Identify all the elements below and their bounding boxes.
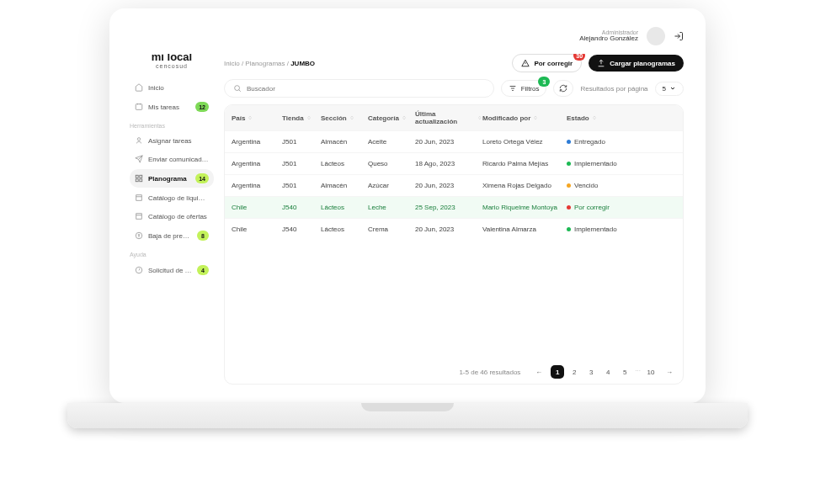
status-dot	[567, 227, 571, 231]
refresh-button[interactable]	[553, 80, 573, 97]
td-ultima: 18 Ago, 2023	[415, 160, 482, 167]
send-icon	[135, 155, 143, 163]
td-tienda: J540	[282, 225, 321, 233]
table-row[interactable]: ChileJ540LácteosLeche25 Sep, 2023Mario R…	[225, 196, 683, 218]
por-corregir-label: Por corregir	[534, 60, 573, 67]
table-row[interactable]: ChileJ540LácteosCrema20 Jun, 2023Valenti…	[225, 218, 683, 240]
sidebar-item-label: Baja de precios	[148, 232, 192, 240]
filtros-button[interactable]: Filtros 3	[501, 80, 547, 97]
sort-icon	[402, 115, 407, 120]
th-tienda[interactable]: Tienda	[282, 114, 321, 122]
td-tienda: J540	[282, 204, 321, 211]
sort-icon	[248, 115, 253, 120]
rpp-value: 5	[663, 85, 666, 93]
page-ellipsis: ...	[635, 365, 641, 379]
tasks-icon	[135, 103, 143, 111]
logout-icon[interactable]	[674, 31, 684, 41]
breadcrumb-b[interactable]: Planogramas	[245, 60, 285, 67]
sidebar-badge: 8	[197, 231, 209, 241]
sort-icon	[477, 115, 482, 120]
td-seccion: Almacén	[321, 182, 368, 189]
th-categoria[interactable]: Categoría	[368, 114, 415, 122]
page-button[interactable]: 3	[584, 365, 598, 379]
chevron-down-icon	[669, 85, 676, 92]
svg-point-1	[137, 138, 140, 141]
sidebar-item-solicitud-ayuda[interactable]: Solicitud de ayuda 4	[130, 261, 214, 279]
breadcrumb: Inicio / Planogramas / JUMBO	[224, 60, 315, 67]
refresh-icon	[559, 84, 567, 93]
td-ultima: 20 Jun, 2023	[415, 182, 482, 189]
cargar-label: Cargar planogramas	[610, 60, 675, 67]
avatar[interactable]	[647, 27, 665, 45]
td-tienda: J501	[282, 160, 321, 167]
td-modificado: Loreto Ortega Vélez	[482, 138, 567, 146]
search-input-wrap[interactable]	[224, 79, 494, 98]
sidebar-badge: 4	[197, 265, 209, 275]
th-pais[interactable]: País	[232, 114, 282, 122]
page-next[interactable]: →	[663, 365, 676, 379]
sort-icon	[533, 115, 538, 120]
sidebar-item-mis-tareas[interactable]: Mis tareas 12	[130, 98, 214, 116]
app-screen: Administrador Alejandro González mi loca…	[120, 19, 695, 393]
laptop-notch	[361, 403, 454, 411]
table-row[interactable]: ArgentinaJ501AlmacénAzúcar20 Jun, 2023Xi…	[225, 174, 683, 196]
status-dot	[567, 205, 571, 210]
table-row[interactable]: ArgentinaJ501LácteosQueso18 Ago, 2023Ric…	[225, 152, 683, 174]
th-estado[interactable]: Estado	[567, 114, 676, 122]
topbar: Administrador Alejandro González	[120, 19, 695, 54]
sidebar-item-label: Enviar comunicados	[148, 156, 209, 163]
td-ultima: 25 Sep, 2023	[415, 204, 482, 211]
laptop-base	[67, 403, 748, 428]
page-button[interactable]: 2	[567, 365, 581, 379]
page-prev[interactable]: ←	[532, 365, 546, 379]
header-actions: Por corregir 30 Cargar planogramas	[512, 54, 684, 72]
logo-text: mi local	[152, 54, 192, 63]
sidebar-badge: 12	[195, 102, 209, 112]
rpp-select[interactable]: 5	[655, 82, 684, 96]
sidebar-item-enviar-comunicados[interactable]: Enviar comunicados	[130, 151, 214, 167]
warning-icon	[521, 59, 530, 67]
sidebar-item-label: Catálogo de ofertas	[148, 213, 209, 220]
td-estado: Entregado	[567, 138, 676, 146]
sidebar-item-baja-precios[interactable]: Baja de precios 8	[130, 226, 214, 245]
sidebar-item-label: Solicitud de ayuda	[148, 267, 192, 274]
sidebar-item-catalogo-liquidacion[interactable]: Catálogo de liquidación	[130, 189, 214, 206]
sidebar-item-inicio[interactable]: Inicio	[130, 79, 214, 96]
td-tienda: J501	[282, 138, 321, 146]
sort-icon	[349, 115, 354, 120]
td-estado: Vencido	[567, 182, 676, 189]
status-label: Por corregir	[574, 204, 610, 211]
td-pais: Chile	[232, 225, 282, 233]
sidebar-item-asignar-tareas[interactable]: Asignar tareas	[130, 132, 214, 149]
page-button[interactable]: 10	[644, 365, 658, 379]
td-estado: Implementado	[567, 160, 676, 167]
th-ultima[interactable]: Última actualización	[415, 110, 482, 125]
logo: mi local cencosud	[130, 54, 214, 69]
sidebar-item-label: Planograma	[148, 175, 190, 183]
help-icon	[135, 266, 143, 274]
td-pais: Argentina	[232, 160, 282, 167]
upload-icon	[597, 59, 605, 67]
page-buttons: 12345...10	[551, 365, 658, 379]
breadcrumb-a[interactable]: Inicio	[224, 60, 240, 67]
price-icon	[135, 231, 143, 240]
page-button[interactable]: 4	[601, 365, 615, 379]
table-row[interactable]: ArgentinaJ501AlmacénAceite20 Jun, 2023Lo…	[225, 130, 683, 152]
page-button[interactable]: 1	[551, 365, 564, 379]
search-input[interactable]	[247, 85, 485, 93]
cargar-planogramas-button[interactable]: Cargar planogramas	[589, 55, 684, 72]
svg-rect-4	[136, 179, 138, 182]
th-seccion[interactable]: Sección	[321, 114, 368, 122]
toolbar: Filtros 3 Resultados por página 5	[224, 79, 684, 98]
td-tienda: J501	[282, 182, 321, 189]
status-dot	[567, 140, 571, 144]
sidebar-item-catalogo-ofertas[interactable]: Catálogo de ofertas	[130, 208, 214, 225]
sort-icon	[306, 115, 312, 120]
sidebar-item-label: Mis tareas	[148, 103, 190, 111]
td-seccion: Lácteos	[321, 160, 368, 167]
sidebar-item-planograma[interactable]: Planograma 14	[130, 169, 214, 188]
page-button[interactable]: 5	[618, 365, 631, 379]
por-corregir-button[interactable]: Por corregir 30	[512, 54, 582, 72]
pagination-info: 1-5 de 46 resultados	[459, 369, 520, 376]
th-modificado[interactable]: Modificado por	[482, 114, 567, 122]
